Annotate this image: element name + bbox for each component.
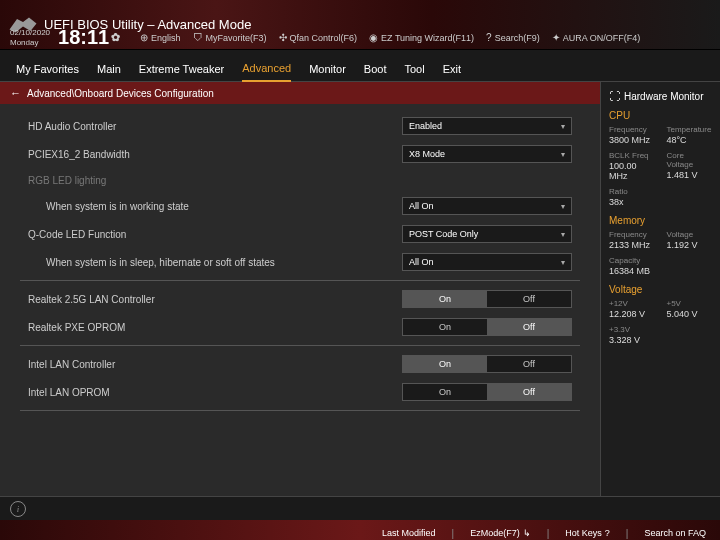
aura-icon: ✦ [552,32,560,43]
tab-monitor[interactable]: Monitor [309,57,346,81]
chevron-down-icon: ▾ [561,122,565,131]
aura-button[interactable]: ✦AURA ON/OFF(F4) [552,32,641,43]
help-icon: ? [605,528,610,538]
myfavorite-button[interactable]: ⛉MyFavorite(F3) [193,32,267,43]
realtek-pxe-label: Realtek PXE OPROM [28,322,402,333]
realtek-pxe-toggle[interactable]: OnOff [402,318,572,336]
wizard-icon: ◉ [369,32,378,43]
info-bar: i [0,496,720,520]
exit-icon: ↳ [523,528,531,538]
rgb-sleep-label: When system is in sleep, hibernate or so… [28,257,402,268]
pciex-dropdown[interactable]: X8 Mode▾ [402,145,572,163]
realtek25g-label: Realtek 2.5G LAN Controller [28,294,402,305]
intel-oprom-toggle[interactable]: OnOff [402,383,572,401]
qcode-label: Q-Code LED Function [28,229,402,240]
eztuning-button[interactable]: ◉EZ Tuning Wizard(F11) [369,32,474,43]
qcode-dropdown[interactable]: POST Code Only▾ [402,225,572,243]
ezmode-button[interactable]: EzMode(F7)↳ [470,528,531,538]
globe-icon: ⊕ [140,32,148,43]
tab-exit[interactable]: Exit [443,57,461,81]
rgb-working-dropdown[interactable]: All On▾ [402,197,572,215]
monitor-icon: ⛶ [609,90,620,102]
back-arrow-icon[interactable]: ← [10,87,21,99]
clock: 18:11✿ [58,26,120,49]
chevron-down-icon: ▾ [561,150,565,159]
rgb-sleep-dropdown[interactable]: All On▾ [402,253,572,271]
hd-audio-label: HD Audio Controller [28,121,402,132]
chevron-down-icon: ▾ [561,230,565,239]
intel-lan-label: Intel LAN Controller [28,359,402,370]
tab-extreme-tweaker[interactable]: Extreme Tweaker [139,57,224,81]
settings-gear-icon[interactable]: ✿ [111,31,120,44]
tab-my-favorites[interactable]: My Favorites [16,57,79,81]
realtek25g-toggle[interactable]: OnOff [402,290,572,308]
breadcrumb-path: Advanced\Onboard Devices Configuration [27,88,214,99]
star-icon: ⛉ [193,32,203,43]
fan-icon: ✣ [279,32,287,43]
pciex-label: PCIEX16_2 Bandwidth [28,149,402,160]
divider [20,345,580,346]
divider [20,280,580,281]
tab-tool[interactable]: Tool [404,57,424,81]
last-modified-button[interactable]: Last Modified [382,528,436,538]
info-icon[interactable]: i [10,501,26,517]
tab-boot[interactable]: Boot [364,57,387,81]
search-icon: ? [486,32,492,43]
intel-lan-toggle[interactable]: OnOff [402,355,572,373]
date-block: 02/10/2020 Monday [10,28,50,47]
footer-bar: Last Modified| EzMode(F7)↳| Hot Keys ?| … [0,520,720,540]
tab-advanced[interactable]: Advanced [242,56,291,82]
chevron-down-icon: ▾ [561,258,565,267]
language-selector[interactable]: ⊕English [140,32,181,43]
breadcrumb: ← Advanced\Onboard Devices Configuration [0,82,600,104]
search-button[interactable]: ?Search(F9) [486,32,540,43]
voltage-section: Voltage [609,284,712,295]
content-panel: ← Advanced\Onboard Devices Configuration… [0,82,600,496]
main-tabs: My FavoritesMainExtreme TweakerAdvancedM… [0,56,720,82]
memory-section: Memory [609,215,712,226]
faq-button[interactable]: Search on FAQ [644,528,706,538]
divider [20,410,580,411]
qfan-button[interactable]: ✣Qfan Control(F6) [279,32,358,43]
chevron-down-icon: ▾ [561,202,565,211]
rgb-working-label: When system is in working state [28,201,402,212]
hwmon-title: ⛶Hardware Monitor [609,90,712,102]
cpu-section: CPU [609,110,712,121]
tab-main[interactable]: Main [97,57,121,81]
rgb-section-header: RGB LED lighting [28,175,572,186]
hardware-monitor-panel: ⛶Hardware Monitor CPU Frequency3800 MHzT… [600,82,720,496]
hd-audio-dropdown[interactable]: Enabled▾ [402,117,572,135]
intel-oprom-label: Intel LAN OPROM [28,387,402,398]
hotkeys-button[interactable]: Hot Keys ? [565,528,610,538]
